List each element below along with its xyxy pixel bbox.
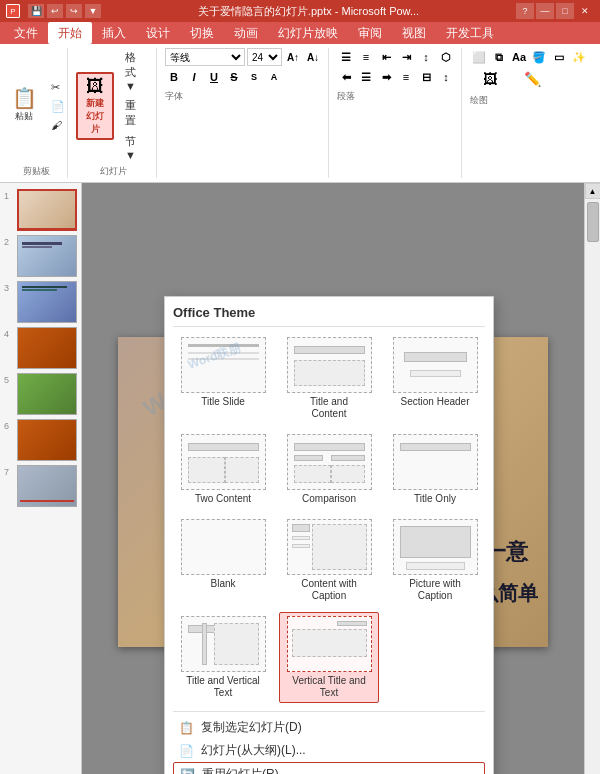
align-center-button[interactable]: ☰: [357, 68, 375, 86]
paste-button[interactable]: 📋 粘贴: [4, 85, 44, 126]
layout-picture-caption[interactable]: Picture withCaption: [385, 515, 485, 606]
italic-button[interactable]: I: [185, 68, 203, 86]
menu-home[interactable]: 开始: [48, 22, 92, 44]
decrease-font-button[interactable]: A↓: [304, 48, 322, 66]
slide-panel: 1 2 3 4: [0, 183, 82, 774]
cut-button[interactable]: ✂: [47, 79, 69, 96]
customize-button[interactable]: ▼: [85, 4, 101, 18]
shape-outline-button[interactable]: ▭: [550, 48, 568, 66]
reuse-icon: 🔄: [180, 768, 194, 775]
strikethrough-button[interactable]: S: [225, 68, 243, 86]
slide-thumb-4[interactable]: 4: [4, 327, 77, 369]
text-direction-button[interactable]: ↕: [417, 48, 435, 66]
numbering-button[interactable]: ≡: [357, 48, 375, 66]
justify-button[interactable]: ≡: [397, 68, 415, 86]
menu-view[interactable]: 视图: [392, 22, 436, 44]
layout-title-slide[interactable]: Word联朋 Title Slide: [173, 333, 273, 424]
layout-section-header[interactable]: Section Header: [385, 333, 485, 424]
align-left-button[interactable]: ⬅: [337, 68, 355, 86]
layout-thumb-title-slide: Word联朋: [181, 337, 266, 393]
decrease-indent-button[interactable]: ⇤: [377, 48, 395, 66]
shape-fill-button[interactable]: 🪣: [530, 48, 548, 66]
redo-button[interactable]: ↪: [66, 4, 82, 18]
title-bar-actions: 💾 ↩ ↪ ▼: [28, 4, 101, 18]
clipboard-content: 📋 粘贴 ✂ 📄 🖌: [4, 48, 69, 163]
menu-review[interactable]: 审阅: [348, 22, 392, 44]
layout-title-only[interactable]: Title Only: [385, 430, 485, 509]
layout-vertical-title[interactable]: Vertical Title andText: [279, 612, 379, 703]
shape-effects-button[interactable]: ✨: [570, 48, 588, 66]
section-button[interactable]: 节 ▼: [121, 132, 150, 163]
menu-transitions[interactable]: 切换: [180, 22, 224, 44]
undo-button[interactable]: ↩: [47, 4, 63, 18]
slide-thumbnail-7: [17, 465, 77, 507]
scroll-thumb[interactable]: [587, 202, 599, 242]
bullets-button[interactable]: ☰: [337, 48, 355, 66]
new-slide-button[interactable]: 🖼 新建幻灯片: [76, 72, 114, 140]
slide-num-3: 3: [4, 281, 14, 293]
layout-thumb-title-only: [393, 434, 478, 490]
shadow-button[interactable]: S: [245, 68, 263, 86]
layout-comparison[interactable]: Comparison: [279, 430, 379, 509]
font-color-button[interactable]: A: [265, 68, 283, 86]
increase-font-button[interactable]: A↑: [284, 48, 302, 66]
menu-bar: 文件 开始 插入 设计 切换 动画 幻灯片放映 审阅 视图 开发工具: [0, 22, 600, 44]
menu-design[interactable]: 设计: [136, 22, 180, 44]
quick-styles-button[interactable]: Aa: [510, 48, 528, 66]
menu-file[interactable]: 文件: [4, 22, 48, 44]
maximize-button[interactable]: □: [556, 3, 574, 19]
slide-thumb-6[interactable]: 6: [4, 419, 77, 461]
slide-thumb-2[interactable]: 2: [4, 235, 77, 277]
shapes-button[interactable]: ⬜: [470, 48, 488, 66]
layout-button[interactable]: 格式 ▼: [121, 48, 150, 94]
ribbon: 📋 粘贴 ✂ 📄 🖌 剪贴板 🖼 新建幻灯片: [0, 44, 600, 183]
slide-thumb-5[interactable]: 5: [4, 373, 77, 415]
align-right-button[interactable]: ➡: [377, 68, 395, 86]
para-row-1: ☰ ≡ ⇤ ⇥ ↕ ⬡: [337, 48, 455, 66]
menu-animations[interactable]: 动画: [224, 22, 268, 44]
convert-to-smartart-button[interactable]: ⬡: [437, 48, 455, 66]
slides-from-outline-menu-item[interactable]: 📄 幻灯片(从大纲)(L)...: [173, 739, 485, 762]
font-size-select[interactable]: 24: [247, 48, 282, 66]
arrange-button[interactable]: ⧉: [490, 48, 508, 66]
layout-content-caption[interactable]: Content withCaption: [279, 515, 379, 606]
layout-title-content[interactable]: Title andContent: [279, 333, 379, 424]
layout-title-vertical[interactable]: Title and VerticalText: [173, 612, 273, 703]
slide-thumb-1[interactable]: 1: [4, 189, 77, 231]
menu-slideshow[interactable]: 幻灯片放映: [268, 22, 348, 44]
format-painter-button[interactable]: 🖌: [47, 117, 69, 133]
slide-canvas: Word联朋 我 一心一意 是这么简单 Office Theme Word联朋 …: [82, 183, 584, 774]
layout-blank[interactable]: Blank: [173, 515, 273, 606]
font-name-select[interactable]: 等线: [165, 48, 245, 66]
underline-button[interactable]: U: [205, 68, 223, 86]
menu-insert[interactable]: 插入: [92, 22, 136, 44]
copy-button[interactable]: 📄: [47, 98, 69, 115]
save-button[interactable]: 💾: [28, 4, 44, 18]
slide-thumb-3[interactable]: 3: [4, 281, 77, 323]
para-row-2: ⬅ ☰ ➡ ≡ ⊟ ↕: [337, 68, 455, 86]
line-spacing-button[interactable]: ↕: [437, 68, 455, 86]
scroll-up-button[interactable]: ▲: [585, 183, 601, 199]
layout-label-picture-caption: Picture withCaption: [409, 578, 461, 602]
drawing-area-button[interactable]: 🖼: [470, 68, 510, 90]
slide-thumb-7[interactable]: 7: [4, 465, 77, 507]
menu-developer[interactable]: 开发工具: [436, 22, 504, 44]
close-button[interactable]: ✕: [576, 3, 594, 19]
editing-button[interactable]: ✏️: [512, 68, 552, 90]
column-button[interactable]: ⊟: [417, 68, 435, 86]
layout-thumb-content-caption: [287, 519, 372, 575]
duplicate-slide-menu-item[interactable]: 📋 复制选定幻灯片(D): [173, 716, 485, 739]
minimize-button[interactable]: —: [536, 3, 554, 19]
layout-two-content[interactable]: Two Content: [173, 430, 273, 509]
help-button[interactable]: ?: [516, 3, 534, 19]
slides-from-outline-label: 幻灯片(从大纲)(L)...: [201, 742, 306, 759]
layout-label-blank: Blank: [210, 578, 235, 590]
title-bar-left: P 💾 ↩ ↪ ▼: [6, 4, 101, 18]
reset-button[interactable]: 重置: [121, 96, 150, 130]
bold-button[interactable]: B: [165, 68, 183, 86]
slide-thumbnail-1: [17, 189, 77, 231]
increase-indent-button[interactable]: ⇥: [397, 48, 415, 66]
reuse-slides-menu-item[interactable]: 🔄 重用幻灯片(R)...: [173, 762, 485, 774]
slides-label: 幻灯片: [100, 163, 127, 178]
new-slide-icon: 🖼: [86, 76, 104, 97]
